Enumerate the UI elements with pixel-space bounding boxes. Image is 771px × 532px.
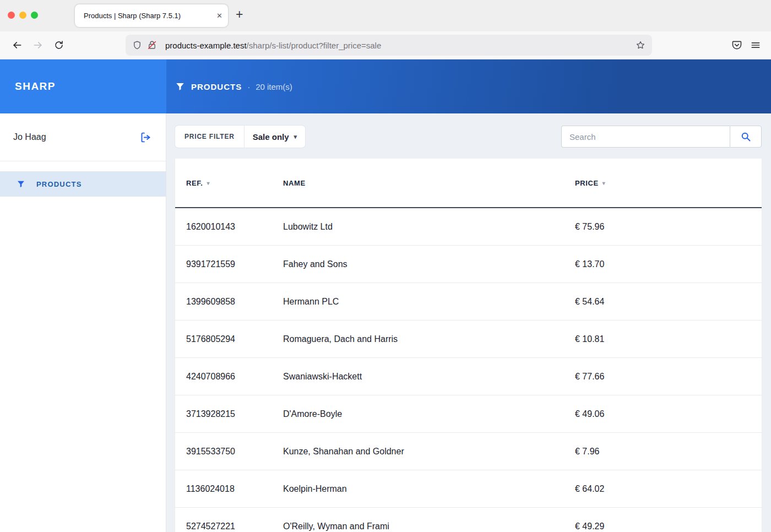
user-name: Jo Haag <box>13 132 46 142</box>
cell-ref: 3713928215 <box>186 409 283 419</box>
tab-strip: Products | Sharp (Sharp 7.5.1) ✕ + <box>0 0 771 31</box>
column-label-name: NAME <box>283 179 306 187</box>
cell-ref: 1399609858 <box>186 297 283 307</box>
cell-price: € 64.02 <box>575 484 762 494</box>
sort-caret-icon: ▾ <box>602 180 606 186</box>
app-header: SHARP PRODUCTS · 20 item(s) <box>0 59 771 113</box>
tab-title: Products | Sharp (Sharp 7.5.1) <box>84 12 212 20</box>
cell-name: Romaguera, Dach and Harris <box>283 334 575 344</box>
table-row[interactable]: 5274527221 O'Reilly, Wyman and Frami € 4… <box>175 508 762 532</box>
cell-ref: 3915533750 <box>186 447 283 457</box>
column-header-ref[interactable]: REF. ▾ <box>186 179 283 187</box>
logout-icon[interactable] <box>140 132 151 143</box>
price-filter-dropdown[interactable]: Sale only ▾ <box>245 132 305 142</box>
browser-navbar: products-example.test/sharp/s-list/produ… <box>0 31 771 59</box>
cell-ref: 5274527221 <box>186 522 283 531</box>
brand-logo[interactable]: SHARP <box>15 80 56 93</box>
cell-ref: 5176805294 <box>186 334 283 344</box>
table-row[interactable]: 1399609858 Hermann PLC € 54.64 <box>175 283 762 321</box>
tracking-shield-icon[interactable] <box>132 40 142 50</box>
cell-name: O'Reilly, Wyman and Frami <box>283 522 575 531</box>
bookmark-star-icon[interactable] <box>636 40 645 50</box>
navbar-right-icons <box>652 40 764 51</box>
sidebar-item-label: PRODUCTS <box>36 180 82 188</box>
brand-block: SHARP <box>0 59 166 113</box>
table-row[interactable]: 4240708966 Swaniawski-Hackett € 77.66 <box>175 358 762 395</box>
page-title: PRODUCTS <box>191 82 242 91</box>
url-bar[interactable]: products-example.test/sharp/s-list/produ… <box>126 35 652 56</box>
cell-price: € 13.70 <box>575 259 762 269</box>
window-close-button[interactable] <box>8 12 15 19</box>
cell-name: D'Amore-Boyle <box>283 409 575 419</box>
price-filter-label: PRICE FILTER <box>175 133 244 140</box>
cell-price: € 75.96 <box>575 222 762 232</box>
cell-name: Hermann PLC <box>283 297 575 307</box>
menu-hamburger-icon[interactable] <box>750 40 761 51</box>
table-row[interactable]: 1136024018 Koelpin-Herman € 64.02 <box>175 470 762 508</box>
back-button[interactable] <box>7 35 28 55</box>
cell-ref: 1620010143 <box>186 222 283 232</box>
tab-close-icon[interactable]: ✕ <box>216 12 222 20</box>
cell-name: Kunze, Shanahan and Goldner <box>283 447 575 457</box>
table-row[interactable]: 1620010143 Lubowitz Ltd € 75.96 <box>175 208 762 246</box>
cell-name: Fahey and Sons <box>283 259 575 269</box>
sidebar: Jo Haag PRODUCTS <box>0 113 166 532</box>
cell-ref: 1136024018 <box>186 484 283 494</box>
cell-name: Lubowitz Ltd <box>283 222 575 232</box>
cell-ref: 9391721559 <box>186 259 283 269</box>
cell-ref: 4240708966 <box>186 372 283 382</box>
cell-price: € 10.81 <box>575 334 762 344</box>
search-input[interactable] <box>561 126 730 148</box>
window-minimize-button[interactable] <box>19 12 26 19</box>
table-row[interactable]: 3915533750 Kunze, Shanahan and Goldner €… <box>175 433 762 470</box>
products-funnel-icon <box>17 180 25 188</box>
item-count: 20 item(s) <box>256 82 292 91</box>
column-header-name: NAME <box>283 179 575 187</box>
browser-tab[interactable]: Products | Sharp (Sharp 7.5.1) ✕ <box>75 4 228 27</box>
cell-name: Koelpin-Herman <box>283 484 575 494</box>
window-controls <box>8 12 38 19</box>
chevron-down-icon: ▾ <box>294 133 297 140</box>
back-arrow-icon <box>12 40 23 51</box>
reload-button[interactable] <box>48 35 69 55</box>
table-row[interactable]: 9391721559 Fahey and Sons € 13.70 <box>175 246 762 283</box>
column-label-ref: REF. <box>186 179 203 187</box>
table-row[interactable]: 3713928215 D'Amore-Boyle € 49.06 <box>175 395 762 433</box>
url-text: products-example.test/sharp/s-list/produ… <box>165 41 631 50</box>
column-header-price[interactable]: PRICE ▾ <box>575 179 762 187</box>
pocket-icon[interactable] <box>731 40 742 51</box>
sidebar-nav: PRODUCTS <box>0 171 166 197</box>
new-tab-button[interactable]: + <box>236 7 243 22</box>
cell-price: € 49.29 <box>575 522 762 531</box>
title-separator: · <box>247 82 250 91</box>
url-path: /sharp/s-list/product?filter_price=sale <box>247 41 382 50</box>
price-filter-group: PRICE FILTER Sale only ▾ <box>175 126 305 148</box>
cell-price: € 54.64 <box>575 297 762 307</box>
page-header: PRODUCTS · 20 item(s) <box>166 59 771 113</box>
user-row: Jo Haag <box>0 113 166 161</box>
main-content: PRICE FILTER Sale only ▾ REF. ▾ <box>166 113 771 532</box>
app-body: Jo Haag PRODUCTS PRICE FILTER Sale onl <box>0 113 771 532</box>
browser-chrome: Products | Sharp (Sharp 7.5.1) ✕ + produ… <box>0 0 771 59</box>
search-icon <box>740 131 751 142</box>
cell-price: € 7.96 <box>575 447 762 457</box>
cell-name: Swaniawski-Hackett <box>283 372 575 382</box>
toolbar: PRICE FILTER Sale only ▾ <box>175 126 762 148</box>
column-label-price: PRICE <box>575 179 599 187</box>
window-zoom-button[interactable] <box>31 12 38 19</box>
table-row[interactable]: 5176805294 Romaguera, Dach and Harris € … <box>175 321 762 358</box>
cell-price: € 77.66 <box>575 372 762 382</box>
reload-icon <box>54 40 64 50</box>
url-domain: products-example.test <box>165 41 247 50</box>
products-table: REF. ▾ NAME PRICE ▾ 1620010143 Lubowitz … <box>175 159 762 532</box>
search-button[interactable] <box>730 126 762 148</box>
sidebar-item-products[interactable]: PRODUCTS <box>0 171 166 197</box>
table-body: 1620010143 Lubowitz Ltd € 75.96 93917215… <box>175 208 762 532</box>
forward-button[interactable] <box>28 35 48 55</box>
cell-price: € 49.06 <box>575 409 762 419</box>
insecure-lock-icon[interactable] <box>147 40 157 50</box>
filter-funnel-icon <box>175 82 185 91</box>
search-group <box>561 126 762 148</box>
table-header: REF. ▾ NAME PRICE ▾ <box>175 159 762 208</box>
sort-caret-icon: ▾ <box>207 180 210 186</box>
